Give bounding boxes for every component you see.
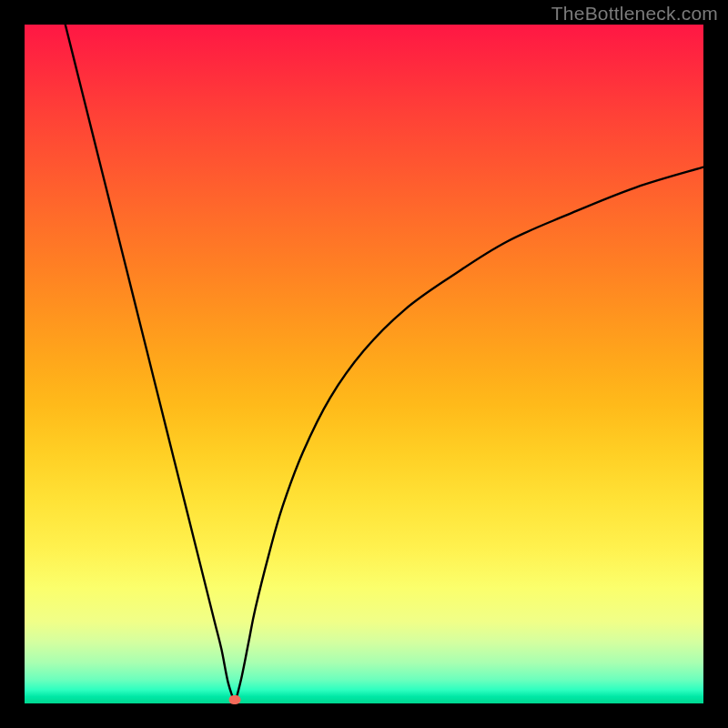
watermark-text: TheBottleneck.com (551, 3, 718, 25)
minimum-marker (229, 695, 241, 704)
bottleneck-curve (25, 25, 703, 703)
curve-left-branch (66, 25, 236, 703)
chart-frame: TheBottleneck.com (0, 0, 728, 728)
curve-right-branch (235, 167, 703, 703)
